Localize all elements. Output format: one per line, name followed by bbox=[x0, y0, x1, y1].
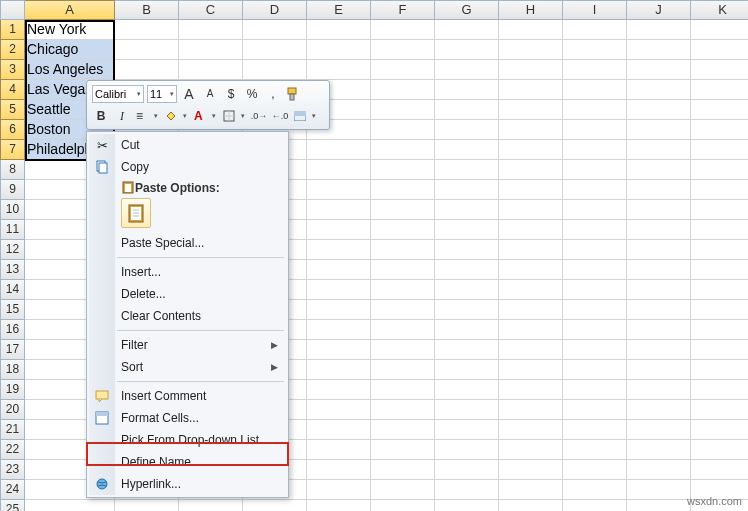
cell-J3[interactable] bbox=[627, 60, 691, 80]
cell-E18[interactable] bbox=[307, 360, 371, 380]
cell-J20[interactable] bbox=[627, 400, 691, 420]
row-header-22[interactable]: 22 bbox=[0, 440, 25, 460]
cell-E24[interactable] bbox=[307, 480, 371, 500]
cell-I3[interactable] bbox=[563, 60, 627, 80]
cell-I2[interactable] bbox=[563, 40, 627, 60]
cell-F5[interactable] bbox=[371, 100, 435, 120]
row-header-4[interactable]: 4 bbox=[0, 80, 25, 100]
cell-G12[interactable] bbox=[435, 240, 499, 260]
cell-I19[interactable] bbox=[563, 380, 627, 400]
cell-K23[interactable] bbox=[691, 460, 748, 480]
cell-F2[interactable] bbox=[371, 40, 435, 60]
col-header-B[interactable]: B bbox=[115, 0, 179, 20]
row-header-8[interactable]: 8 bbox=[0, 160, 25, 180]
cell-I6[interactable] bbox=[563, 120, 627, 140]
cell-J18[interactable] bbox=[627, 360, 691, 380]
cell-E23[interactable] bbox=[307, 460, 371, 480]
cell-I1[interactable] bbox=[563, 20, 627, 40]
cell-F10[interactable] bbox=[371, 200, 435, 220]
cell-G15[interactable] bbox=[435, 300, 499, 320]
row-header-5[interactable]: 5 bbox=[0, 100, 25, 120]
decrease-decimal-button[interactable]: ←.0 bbox=[271, 107, 289, 125]
cell-H2[interactable] bbox=[499, 40, 563, 60]
row-header-6[interactable]: 6 bbox=[0, 120, 25, 140]
row-header-21[interactable]: 21 bbox=[0, 420, 25, 440]
cell-G21[interactable] bbox=[435, 420, 499, 440]
cell-E12[interactable] bbox=[307, 240, 371, 260]
cell-J12[interactable] bbox=[627, 240, 691, 260]
row-header-18[interactable]: 18 bbox=[0, 360, 25, 380]
cell-E1[interactable] bbox=[307, 20, 371, 40]
cell-A1[interactable]: New York bbox=[25, 20, 115, 40]
cell-H24[interactable] bbox=[499, 480, 563, 500]
row-header-16[interactable]: 16 bbox=[0, 320, 25, 340]
menu-cut[interactable]: ✂ Cut bbox=[89, 134, 286, 156]
cell-J23[interactable] bbox=[627, 460, 691, 480]
cell-H13[interactable] bbox=[499, 260, 563, 280]
cell-F7[interactable] bbox=[371, 140, 435, 160]
font-size-select[interactable]: 11▾ bbox=[147, 85, 177, 103]
row-header-11[interactable]: 11 bbox=[0, 220, 25, 240]
shrink-font-button[interactable]: A bbox=[201, 85, 219, 103]
cell-J1[interactable] bbox=[627, 20, 691, 40]
cell-G4[interactable] bbox=[435, 80, 499, 100]
cell-J6[interactable] bbox=[627, 120, 691, 140]
cell-F15[interactable] bbox=[371, 300, 435, 320]
cell-D1[interactable] bbox=[243, 20, 307, 40]
row-header-15[interactable]: 15 bbox=[0, 300, 25, 320]
cell-G18[interactable] bbox=[435, 360, 499, 380]
cell-H4[interactable] bbox=[499, 80, 563, 100]
cell-G7[interactable] bbox=[435, 140, 499, 160]
cell-F8[interactable] bbox=[371, 160, 435, 180]
cell-H6[interactable] bbox=[499, 120, 563, 140]
menu-hyperlink[interactable]: Hyperlink... bbox=[89, 473, 286, 495]
cell-J10[interactable] bbox=[627, 200, 691, 220]
grow-font-button[interactable]: A bbox=[180, 85, 198, 103]
cell-I21[interactable] bbox=[563, 420, 627, 440]
row-header-3[interactable]: 3 bbox=[0, 60, 25, 80]
cell-E8[interactable] bbox=[307, 160, 371, 180]
cell-K17[interactable] bbox=[691, 340, 748, 360]
cell-K9[interactable] bbox=[691, 180, 748, 200]
cell-I24[interactable] bbox=[563, 480, 627, 500]
cell-G19[interactable] bbox=[435, 380, 499, 400]
cell-C25[interactable] bbox=[179, 500, 243, 511]
cell-E21[interactable] bbox=[307, 420, 371, 440]
cell-K19[interactable] bbox=[691, 380, 748, 400]
percent-format-button[interactable]: % bbox=[243, 85, 261, 103]
cell-D25[interactable] bbox=[243, 500, 307, 511]
menu-copy[interactable]: Copy bbox=[89, 156, 286, 178]
cell-D2[interactable] bbox=[243, 40, 307, 60]
comma-format-button[interactable]: , bbox=[264, 85, 282, 103]
cell-K21[interactable] bbox=[691, 420, 748, 440]
cell-J8[interactable] bbox=[627, 160, 691, 180]
row-header-24[interactable]: 24 bbox=[0, 480, 25, 500]
cell-I11[interactable] bbox=[563, 220, 627, 240]
cell-I13[interactable] bbox=[563, 260, 627, 280]
cell-F18[interactable] bbox=[371, 360, 435, 380]
col-header-H[interactable]: H bbox=[499, 0, 563, 20]
menu-insert[interactable]: Insert... bbox=[89, 261, 286, 283]
cell-E13[interactable] bbox=[307, 260, 371, 280]
row-header-25[interactable]: 25 bbox=[0, 500, 25, 511]
cell-E14[interactable] bbox=[307, 280, 371, 300]
cell-A25[interactable] bbox=[25, 500, 115, 511]
cell-I17[interactable] bbox=[563, 340, 627, 360]
cell-I4[interactable] bbox=[563, 80, 627, 100]
cell-B25[interactable] bbox=[115, 500, 179, 511]
cell-H8[interactable] bbox=[499, 160, 563, 180]
cell-J4[interactable] bbox=[627, 80, 691, 100]
row-header-10[interactable]: 10 bbox=[0, 200, 25, 220]
cell-F22[interactable] bbox=[371, 440, 435, 460]
increase-decimal-button[interactable]: .0→ bbox=[250, 107, 268, 125]
cell-H16[interactable] bbox=[499, 320, 563, 340]
cell-G14[interactable] bbox=[435, 280, 499, 300]
borders-button[interactable]: ▾ bbox=[221, 107, 247, 125]
cell-G13[interactable] bbox=[435, 260, 499, 280]
cell-K5[interactable] bbox=[691, 100, 748, 120]
cell-E19[interactable] bbox=[307, 380, 371, 400]
cell-F20[interactable] bbox=[371, 400, 435, 420]
cell-G6[interactable] bbox=[435, 120, 499, 140]
cell-I12[interactable] bbox=[563, 240, 627, 260]
merge-button[interactable]: ▾ bbox=[292, 107, 318, 125]
